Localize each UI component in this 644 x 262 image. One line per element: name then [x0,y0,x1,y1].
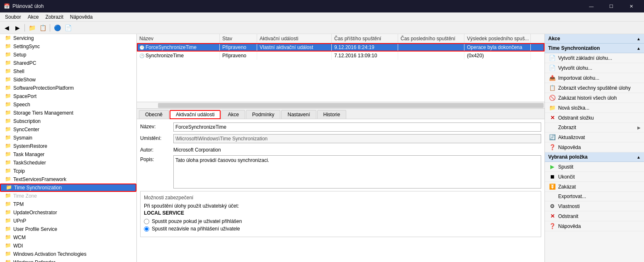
panel-collapse-arrow2[interactable]: ▲ [637,46,641,51]
radio-not-logged[interactable] [144,226,149,232]
tab-actions[interactable]: Akce [221,110,245,119]
clipboard-button[interactable]: 📋 [38,23,48,32]
radio-logged-in[interactable] [144,219,149,224]
col-header-result[interactable]: Výsledek posledního spuš... [464,34,531,43]
col-header-last[interactable]: Čas posledního spuštění [398,34,464,43]
panel-item-disable-history[interactable]: 🚫 Zakázat historii všech úloh [545,93,644,103]
sidebar-item-sharedpc[interactable]: 📁 SharedPC [0,59,136,67]
tab-general[interactable]: Obecně [139,110,169,119]
sidebar-item-taskmanager[interactable]: 📁 Task Manager [0,150,136,159]
textarea-desc[interactable] [173,155,541,189]
sidebar-item-taskscheduler[interactable]: 📁 TaskScheduler [0,159,136,167]
help-selected-icon: ❓ [548,223,557,229]
tab-triggers[interactable]: Aktivační události [170,110,221,119]
input-name[interactable] [173,122,541,132]
forward-button[interactable]: ▶ [12,23,22,32]
sidebar-item-windefender[interactable]: 📁 Windows Defender [0,258,136,262]
refresh-button[interactable]: 🔵 [52,23,62,32]
view-submenu-arrow: ▶ [637,125,641,130]
panel-item-create-task[interactable]: 📄 Vytvořit úlohu... [545,63,644,73]
panel-item-create-basic[interactable]: 📄 Vytvořit základní úlohu... [545,53,644,63]
help-toolbar-button[interactable]: 📄 [63,23,73,32]
panel-item-view-all[interactable]: 📋 Zobrazit všechny spuštěné úlohy [545,83,644,93]
folder-icon: 📁 [6,184,12,191]
sidebar-item-tcpip[interactable]: 📁 Tcpip [0,167,136,175]
tab-history[interactable]: Historie [317,110,347,119]
app-icon: 📅 [3,3,10,10]
panel-item-delete-folder[interactable]: ✕ Odstranit složku [545,113,644,123]
sidebar-item-spaceport[interactable]: 📁 SpacePort [0,92,136,100]
panel-item-export[interactable]: Exportovat... [545,192,644,201]
panel-item-import[interactable]: 📤 Importovat úlohu... [545,73,644,83]
toolbar-separator [24,24,25,32]
folder-icon: 📁 [5,159,12,166]
sidebar-item-shell[interactable]: 📁 Shell [0,67,136,76]
panel-item-end[interactable]: ⏹ Ukončit [545,172,644,182]
panel-item-properties[interactable]: ⚙ Vlastnosti [545,201,644,211]
folder-button[interactable]: 📁 [27,23,37,32]
disable-icon: ⏬ [548,184,557,190]
sidebar-item-subscription[interactable]: 📁 Subscription [0,117,136,125]
sidebar-item-setup[interactable]: 📁 Setup [0,51,136,59]
sidebar-item-sideshow[interactable]: 📁 SideShow [0,76,136,84]
panel-section-akce[interactable]: Akce ▲ [545,34,644,44]
col-header-trigger[interactable]: Aktivační události [257,34,332,43]
panel-item-run[interactable]: ▶ Spustit [545,162,644,172]
menu-action[interactable]: Akce [24,13,42,21]
task-row[interactable]: 🕐 ForceSynchronizeTime Připraveno Vlastn… [137,43,544,51]
task-row[interactable]: 🕐 SynchronizeTime Připraveno 7.12.2016 1… [137,51,544,60]
sidebar-item-timezone[interactable]: 📁 Time Zone [0,192,136,200]
close-button[interactable]: ✕ [622,0,641,12]
maximize-button[interactable]: ☐ [602,0,621,12]
sidebar-item-winactivation[interactable]: 📁 Windows Activation Technologies [0,250,136,258]
folder-icon: 📁 [5,135,12,141]
panel-section-timesync[interactable]: Time Synchronization ▲ [545,44,644,53]
tab-settings[interactable]: Nastavení [281,110,316,119]
sidebar-item-storage[interactable]: 📁 Storage Tiers Management [0,109,136,117]
panel-collapse-arrow3[interactable]: ▲ [637,155,641,159]
panel-collapse-arrow[interactable]: ▲ [637,37,641,41]
sidebar-item-wdi[interactable]: 📁 WDI [0,242,136,250]
sidebar-item-speech[interactable]: 📁 Speech [0,100,136,109]
col-header-next[interactable]: Čas příštího spuštění [332,34,398,43]
sidebar-item-systemrestore[interactable]: 📁 SystemRestore [0,142,136,150]
sidebar-item-updateorch[interactable]: 📁 UpdateOrchestrator [0,208,136,217]
refresh-icon: 🔄 [548,134,557,140]
folder-icon: 📁 [5,51,12,58]
col-header-name[interactable]: Název [137,34,220,43]
menu-help[interactable]: Nápověda [67,13,96,21]
panel-item-disable[interactable]: ⏬ Zakázat [545,182,644,192]
panel-section-selected[interactable]: Vybraná položka ▲ [545,152,644,162]
tab-conditions[interactable]: Podmínky [246,110,280,119]
menu-view[interactable]: Zobrazit [42,13,66,21]
sidebar-item-upnp[interactable]: 📁 UPnP [0,217,136,225]
col-header-status[interactable]: Stav [220,34,257,43]
sidebar-item-textservices[interactable]: 📁 TextServicesFramework [0,175,136,184]
panel-item-refresh[interactable]: 🔄 Aktualizovat [545,132,644,142]
back-button[interactable]: ◀ [2,23,12,32]
sidebar-item-timesync[interactable]: 📁 Time Synchronization [0,184,136,192]
folder-icon: 📁 [5,68,12,75]
horizontal-scrollbar[interactable] [137,102,544,108]
sidebar-item-settingsync[interactable]: 📁 SettingSync [0,42,136,51]
folder-icon: 📁 [5,43,12,50]
sidebar-item-sysmain[interactable]: 📁 Sysmain [0,134,136,142]
view-all-icon: 📋 [548,85,557,91]
folder-icon: 📁 [5,168,12,174]
create-task-icon: 📄 [548,65,557,71]
sidebar-item-servicing[interactable]: 📁 Servicing [0,34,136,42]
panel-item-help-selected[interactable]: ❓ Nápověda [545,221,644,231]
sidebar-item-tpm[interactable]: 📁 TPM [0,200,136,208]
scroll-thumb[interactable] [158,103,544,108]
panel-item-help-timesync[interactable]: ❓ Nápověda [545,142,644,152]
sidebar-item-userprofile[interactable]: 📁 User Profile Service [0,225,136,233]
minimize-button[interactable]: — [582,0,601,12]
panel-item-new-folder[interactable]: 📁 Nová složka... [545,103,644,113]
panel-item-view[interactable]: Zobrazit ▶ [545,123,644,132]
sidebar-item-synccenter[interactable]: 📁 SyncCenter [0,125,136,134]
delete-folder-icon: ✕ [548,115,557,121]
sidebar-item-wcm[interactable]: 📁 WCM [0,233,136,242]
sidebar-item-softwareprotection[interactable]: 📁 SoftwareProtectionPlatform [0,84,136,92]
panel-item-delete[interactable]: ✕ Odstranit [545,211,644,221]
menu-file[interactable]: Soubor [2,13,24,21]
